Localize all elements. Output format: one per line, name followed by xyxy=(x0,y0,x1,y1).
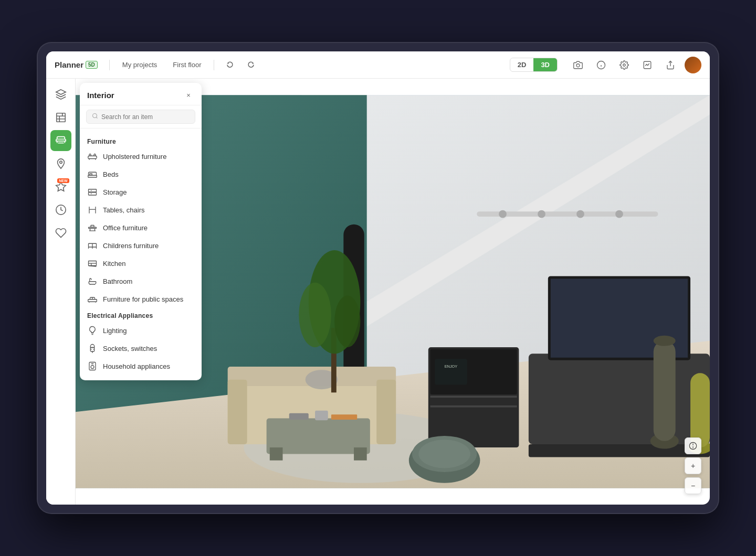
menu-item-sockets[interactable]: Sockets, switches xyxy=(80,339,202,357)
sockets-icon xyxy=(87,343,98,354)
topbar: Planner 5D My projects First floor xyxy=(46,51,710,79)
kitchen-label: Kitchen xyxy=(103,260,125,268)
share-button[interactable] xyxy=(662,56,679,74)
floors-icon xyxy=(55,89,67,100)
svg-point-102 xyxy=(91,366,94,369)
svg-point-0 xyxy=(576,63,580,67)
svg-rect-38 xyxy=(430,395,517,398)
decor-icon xyxy=(55,158,67,169)
sidebar-item-decor[interactable] xyxy=(50,153,71,174)
current-project-link[interactable]: First floor xyxy=(167,59,206,71)
menu-item-kitchen[interactable]: Kitchen xyxy=(80,254,202,272)
office-icon xyxy=(87,222,98,233)
chart-icon xyxy=(643,60,652,70)
menu-item-upholstered[interactable]: Upholstered furniture xyxy=(80,147,202,165)
compass-button[interactable] xyxy=(685,437,701,454)
new-badge: NEW xyxy=(57,178,69,183)
svg-marker-14 xyxy=(56,182,65,191)
svg-rect-59 xyxy=(289,413,309,420)
svg-point-52 xyxy=(499,210,507,218)
svg-point-13 xyxy=(59,161,62,164)
menu-item-lighting[interactable]: Lighting xyxy=(80,322,202,339)
compass-icon xyxy=(689,442,697,450)
canvas-area[interactable]: ENJOY xyxy=(76,79,710,505)
search-input[interactable] xyxy=(101,113,190,121)
svg-rect-60 xyxy=(315,411,328,420)
view-toggle: 2D 3D xyxy=(510,58,558,72)
svg-point-58 xyxy=(418,440,470,468)
childrens-label: Childrens furniture xyxy=(103,242,159,250)
svg-rect-29 xyxy=(270,447,283,461)
sidebar-item-walls[interactable] xyxy=(50,107,71,128)
appliances-label: Household appliances xyxy=(103,362,170,370)
menu-item-bathroom[interactable]: Bathroom xyxy=(80,272,202,290)
user-avatar[interactable] xyxy=(685,57,701,73)
undo-icon xyxy=(226,61,235,69)
view-2d-button[interactable]: 2D xyxy=(510,58,534,71)
settings-button[interactable] xyxy=(615,56,633,74)
sidebar-icons: NEW xyxy=(46,79,76,505)
camera-icon xyxy=(573,60,583,70)
camera-button[interactable] xyxy=(569,56,587,74)
share-icon xyxy=(666,60,675,70)
app-window: Planner 5D My projects First floor xyxy=(46,51,710,505)
redo-button[interactable] xyxy=(242,56,259,74)
lighting-label: Lighting xyxy=(103,327,127,335)
sidebar-item-favorites[interactable] xyxy=(50,222,71,243)
settings-icon xyxy=(620,60,629,70)
app-name: Planner xyxy=(55,60,83,69)
menu-item-public[interactable]: Furniture for public spaces xyxy=(80,290,202,308)
view-3d-button[interactable]: 3D xyxy=(533,58,557,71)
info-button[interactable] xyxy=(592,56,610,74)
svg-line-91 xyxy=(90,284,91,285)
svg-point-62 xyxy=(93,114,97,118)
menu-item-tables-chairs[interactable]: Tables, chairs xyxy=(80,201,202,219)
svg-rect-61 xyxy=(331,414,357,420)
menu-item-office[interactable]: Office furniture xyxy=(80,219,202,237)
svg-point-54 xyxy=(576,210,584,218)
office-label: Office furniture xyxy=(103,224,148,232)
panel-search xyxy=(80,105,202,129)
panel-title: Interior xyxy=(87,91,114,100)
childrens-icon xyxy=(87,240,98,251)
svg-line-63 xyxy=(96,117,97,118)
svg-rect-40 xyxy=(435,359,467,384)
bathroom-icon xyxy=(87,276,98,286)
redo-icon xyxy=(246,61,255,69)
zoom-in-button[interactable]: + xyxy=(685,457,701,474)
menu-item-childrens[interactable]: Childrens furniture xyxy=(80,237,202,254)
appliances-icon xyxy=(87,361,98,371)
chart-button[interactable] xyxy=(638,56,656,74)
clock-icon xyxy=(55,204,67,216)
sidebar-item-new[interactable]: NEW xyxy=(50,176,71,197)
search-icon xyxy=(92,113,98,121)
divider-2 xyxy=(214,60,214,70)
zoom-out-button[interactable]: − xyxy=(685,477,701,494)
menu-item-storage[interactable]: Storage xyxy=(80,183,202,201)
storage-label: Storage xyxy=(103,188,127,196)
divider-1 xyxy=(109,60,110,70)
svg-text:ENJOY: ENJOY xyxy=(445,364,458,369)
svg-line-92 xyxy=(94,284,95,285)
panel-content: Furniture Uph xyxy=(80,129,202,380)
walls-icon xyxy=(55,112,67,123)
sidebar-item-history[interactable] xyxy=(50,199,71,220)
svg-rect-93 xyxy=(88,300,97,302)
svg-rect-71 xyxy=(89,193,97,195)
my-projects-link[interactable]: My projects xyxy=(117,59,162,71)
canvas-controls: + − xyxy=(685,437,701,494)
undo-button[interactable] xyxy=(222,56,239,74)
svg-rect-7 xyxy=(56,113,65,122)
sidebar-item-furniture[interactable] xyxy=(50,130,71,151)
svg-rect-39 xyxy=(430,405,517,408)
undo-redo-group xyxy=(222,56,259,74)
public-label: Furniture for public spaces xyxy=(103,295,183,303)
beds-icon xyxy=(87,169,98,179)
menu-item-appliances[interactable]: Household appliances xyxy=(80,357,202,375)
sidebar-item-floors[interactable] xyxy=(50,84,71,105)
panel-close-button[interactable]: × xyxy=(183,89,194,101)
menu-item-beds[interactable]: Beds xyxy=(80,165,202,183)
svg-rect-46 xyxy=(690,373,710,447)
svg-rect-43 xyxy=(654,341,676,441)
svg-rect-33 xyxy=(529,444,710,457)
